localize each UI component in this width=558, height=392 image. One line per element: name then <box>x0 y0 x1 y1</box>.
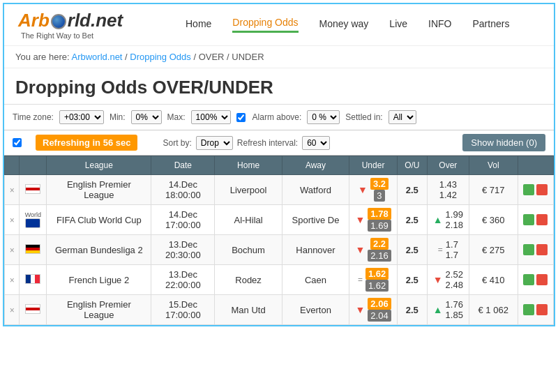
row-vol-cell: € 717 <box>469 175 518 205</box>
under-price-prev: 2.16 <box>368 250 391 262</box>
row-x-cell: × <box>5 295 20 325</box>
dice-icon[interactable] <box>536 304 548 315</box>
nav-money-way[interactable]: Money way <box>319 18 369 32</box>
green-icon[interactable] <box>523 184 534 195</box>
under-price-current: 2.06 <box>368 298 391 310</box>
over-price-current: 2.52 <box>446 269 463 280</box>
timezone-select[interactable]: +03:00 <box>59 110 104 124</box>
max-label: Max: <box>167 112 186 122</box>
row-ou-cell: 2.5 <box>397 205 427 235</box>
th-away: Away <box>282 156 349 175</box>
row-over-cell: = 1.7 1.7 <box>427 235 469 265</box>
table-row: ×English Premier League14.Dec18:00:00Liv… <box>5 175 554 205</box>
dice-icon[interactable] <box>536 214 548 225</box>
timezone-label: Time zone: <box>13 112 54 122</box>
under-prices: 1.62 1.62 <box>365 268 389 292</box>
settled-label: Settled in: <box>345 112 382 122</box>
remove-button[interactable]: × <box>10 246 15 255</box>
settled-select[interactable]: All <box>389 110 416 124</box>
over-price-current: 1.43 <box>439 179 457 190</box>
dice-icon[interactable] <box>536 274 548 285</box>
remove-button[interactable]: × <box>10 186 15 195</box>
row-home-cell: Al-Hilal <box>215 205 282 235</box>
row-flag-cell <box>20 265 47 295</box>
row-date-cell: 14.Dec17:00:00 <box>151 205 215 235</box>
remove-button[interactable]: × <box>10 306 15 315</box>
nav-info[interactable]: INFO <box>428 18 451 32</box>
over-price-prev: 1.7 <box>446 250 458 260</box>
nav-partners[interactable]: Partners <box>472 18 509 32</box>
refresh-checkbox[interactable] <box>13 138 22 147</box>
alarm-label: Alarm above: <box>252 112 302 122</box>
row-under-cell: = 1.62 1.62 <box>349 265 398 295</box>
th-league: League <box>47 156 151 175</box>
nav-home[interactable]: Home <box>186 18 211 32</box>
under-price-prev: 1.62 <box>365 280 389 292</box>
green-icon[interactable] <box>523 304 534 315</box>
under-arrow-down-icon: ▼ <box>355 214 365 225</box>
row-x-cell: × <box>5 265 20 295</box>
under-price-prev: 1.69 <box>368 220 391 232</box>
row-date-cell: 15.Dec17:00:00 <box>151 295 215 325</box>
row-flag-cell <box>20 175 47 205</box>
row-away-cell: Watford <box>282 175 349 205</box>
under-price-current: 2.2 <box>370 238 389 250</box>
row-date-cell: 13.Dec20:30:00 <box>151 235 215 265</box>
green-icon[interactable] <box>523 244 534 255</box>
under-arrow-down-icon: ▼ <box>358 184 368 195</box>
green-icon[interactable] <box>523 214 534 225</box>
row-over-cell: 1.43 1.42 <box>427 175 469 205</box>
breadcrumb-prefix: You are here: <box>15 52 70 62</box>
remove-button[interactable]: × <box>10 276 15 285</box>
remove-button[interactable]: × <box>10 216 15 225</box>
under-price-prev: 3 <box>374 190 384 202</box>
green-icon[interactable] <box>523 274 534 285</box>
dice-icon[interactable] <box>536 244 548 255</box>
ou-value: 2.5 <box>406 275 418 285</box>
ou-value: 2.5 <box>406 305 418 315</box>
row-league-cell: French Ligue 2 <box>47 265 151 295</box>
breadcrumb: You are here: Arbworld.net / Dropping Od… <box>4 46 554 68</box>
min-select[interactable]: 0% <box>131 110 162 124</box>
row-league-cell: English Premier League <box>47 175 151 205</box>
alarm-select[interactable]: 0 % <box>307 110 340 124</box>
max-select[interactable]: 100% <box>191 110 231 124</box>
min-label: Min: <box>110 112 126 122</box>
row-over-cell: ▲ 1.99 2.18 <box>427 205 469 235</box>
row-action-cell <box>518 205 553 235</box>
action-icons <box>522 184 549 195</box>
th-flag <box>20 156 47 175</box>
th-ou: O/U <box>397 156 427 175</box>
row-x-cell: × <box>5 205 20 235</box>
interval-select[interactable]: 60 <box>302 136 330 150</box>
over-price-current: 1.99 <box>446 209 463 220</box>
over-prices: 2.52 2.48 <box>446 269 463 290</box>
table-row: ×German Bundesliga 213.Dec20:30:00Bochum… <box>5 235 554 265</box>
table-row: ×French Ligue 213.Dec22:00:00RodezCaen =… <box>5 265 554 295</box>
row-league-cell: FIFA Club World Cup <box>47 205 151 235</box>
logo-subtitle: The Right Way to Bet <box>21 31 158 40</box>
breadcrumb-link-dropping[interactable]: Dropping Odds <box>130 52 190 62</box>
over-price-prev: 2.48 <box>446 280 463 290</box>
row-away-cell: Everton <box>282 295 349 325</box>
interval-label: Refresh interval: <box>237 138 298 148</box>
refresh-bar: Refreshing in 56 sec Sort by: Drop Refre… <box>4 130 554 156</box>
row-away-cell: Caen <box>282 265 349 295</box>
th-action <box>518 156 553 175</box>
sortby-section: Sort by: Drop Refresh interval: 60 <box>163 136 330 150</box>
dice-icon[interactable] <box>536 184 548 195</box>
ou-value: 2.5 <box>406 215 418 225</box>
row-action-cell <box>518 235 553 265</box>
show-hidden-button[interactable]: Show hidden (0) <box>462 134 545 151</box>
row-home-cell: Bochum <box>215 235 282 265</box>
th-over: Over <box>427 156 469 175</box>
nav-dropping-odds[interactable]: Dropping Odds <box>232 17 298 33</box>
breadcrumb-link-home[interactable]: Arbworld.net <box>72 52 123 62</box>
sortby-select[interactable]: Drop <box>196 136 233 150</box>
alarm-checkbox[interactable] <box>236 113 246 122</box>
row-vol-cell: € 410 <box>469 265 518 295</box>
th-x <box>5 156 20 175</box>
logo: Arbrld.net <box>18 10 158 31</box>
nav-live[interactable]: Live <box>389 18 407 32</box>
row-under-cell: ▼ 1.78 1.69 <box>349 205 398 235</box>
